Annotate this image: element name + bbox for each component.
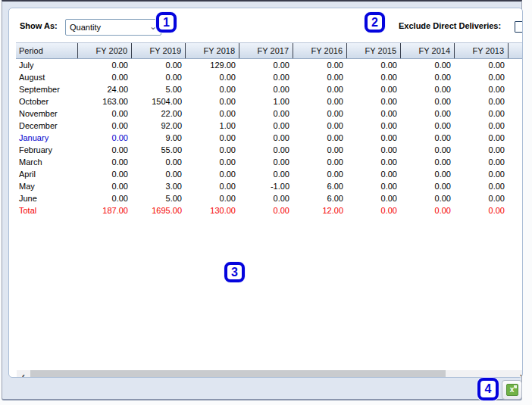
- table-row-total[interactable]: Total187.001695.00130.000.0012.000.000.0…: [16, 204, 523, 217]
- scrollbar-track[interactable]: [446, 370, 515, 378]
- row-value-fy-1: 5.00: [132, 83, 186, 95]
- row-value-fy-3: 0.00: [239, 204, 293, 217]
- row-value-fy-1: 3.00: [132, 180, 186, 192]
- row-value-fy-0: 0.00: [78, 132, 132, 144]
- column-header-fy-3[interactable]: FY 2017: [239, 43, 293, 58]
- row-value-fy-4: 0.00: [293, 132, 347, 144]
- table-row-july[interactable]: July0.000.00129.000.000.000.000.000.00: [16, 59, 523, 71]
- row-value-fy-6: 0.00: [401, 120, 455, 132]
- table-row-november[interactable]: November0.0022.000.000.000.000.000.000.0…: [16, 107, 523, 120]
- table-header-row: PeriodFY 2020FY 2019FY 2018FY 2017FY 201…: [16, 42, 523, 59]
- row-value-fy-7: 0.00: [455, 168, 509, 180]
- excel-icon: x: [506, 384, 518, 396]
- row-label: October: [16, 95, 78, 107]
- row-value-fy-5: 0.00: [347, 156, 401, 168]
- column-header-fy-5[interactable]: FY 2015: [347, 43, 401, 58]
- row-value-fy-1: 5.00: [132, 192, 186, 204]
- row-value-fy-7: 0.00: [455, 107, 509, 120]
- row-value-fy-1: 0.00: [132, 59, 186, 71]
- exclude-direct-deliveries-checkbox[interactable]: [515, 21, 523, 33]
- row-value-fy-2: 1.00: [186, 120, 239, 132]
- row-label: Total: [16, 204, 78, 217]
- fiscal-year-table: PeriodFY 2020FY 2019FY 2018FY 2017FY 201…: [16, 42, 523, 217]
- table-row-march[interactable]: March0.000.000.000.000.000.000.000.00: [16, 156, 523, 168]
- row-value-fy-2: 0.00: [186, 83, 239, 95]
- row-value-fy-6: 0.00: [401, 204, 455, 217]
- row-label: September: [16, 83, 78, 95]
- row-value-fy-2: 0.00: [186, 180, 239, 192]
- row-value-fy-2: 130.00: [186, 204, 239, 217]
- row-value-fy-7: 0.00: [455, 95, 509, 107]
- row-value-fy-0: 0.00: [78, 192, 132, 204]
- row-value-fy-6: 0.00: [401, 168, 455, 180]
- row-value-fy-3: 0.00: [239, 107, 293, 120]
- table-row-april[interactable]: April0.000.000.000.000.000.000.000.00: [16, 168, 523, 180]
- row-value-fy-0: 163.00: [78, 95, 132, 107]
- table-row-june[interactable]: June0.005.000.000.006.000.000.000.00: [16, 192, 523, 204]
- row-value-fy-7: 0.00: [455, 83, 509, 95]
- row-value-fy-2: 0.00: [186, 107, 239, 120]
- row-value-fy-7: 0.00: [455, 59, 509, 71]
- table-row-august[interactable]: August0.000.000.000.000.000.000.000.00: [16, 71, 523, 83]
- column-header-fy-4[interactable]: FY 2016: [293, 43, 347, 58]
- row-label: November: [16, 107, 78, 120]
- row-value-fy-4: 0.00: [293, 156, 347, 168]
- row-value-fy-4: 6.00: [293, 180, 347, 192]
- row-label: March: [16, 156, 78, 168]
- row-value-fy-6: 0.00: [401, 95, 455, 107]
- row-value-fy-6: 0.00: [401, 192, 455, 204]
- column-header-fy-2[interactable]: FY 2018: [186, 43, 239, 58]
- row-label: December: [16, 120, 78, 132]
- row-value-fy-7: 0.00: [455, 192, 509, 204]
- column-header-fy-7[interactable]: FY 2013: [455, 43, 509, 58]
- table-row-february[interactable]: February0.0055.000.000.000.000.000.000.0…: [16, 144, 523, 156]
- scroll-right-arrow-icon[interactable]: ›: [515, 370, 523, 378]
- scrollbar-thumb[interactable]: [30, 370, 446, 378]
- row-value-fy-0: 0.00: [78, 120, 132, 132]
- row-value-fy-0: 24.00: [78, 83, 132, 95]
- row-value-fy-1: 92.00: [132, 120, 186, 132]
- row-value-fy-0: 0.00: [78, 156, 132, 168]
- exclude-direct-deliveries-label: Exclude Direct Deliveries:: [399, 21, 501, 30]
- table-row-september[interactable]: September24.005.000.000.000.000.000.000.…: [16, 83, 523, 95]
- row-value-fy-1: 9.00: [132, 132, 186, 144]
- row-value-fy-5: 0.00: [347, 71, 401, 83]
- show-as-dropdown[interactable]: Quantity ⌄: [65, 19, 161, 36]
- row-value-fy-1: 0.00: [132, 156, 186, 168]
- column-header-fy-6[interactable]: FY 2014: [401, 43, 455, 58]
- horizontal-scrollbar[interactable]: ‹ ›: [17, 370, 523, 378]
- row-value-fy-3: 0.00: [239, 156, 293, 168]
- row-value-fy-3: 0.00: [239, 83, 293, 95]
- table-row-may[interactable]: May0.003.000.00-1.006.000.000.000.00: [16, 180, 523, 192]
- row-value-fy-5: 0.00: [347, 83, 401, 95]
- show-as-label: Show As:: [20, 21, 58, 30]
- column-header-period[interactable]: Period: [16, 43, 78, 58]
- row-value-fy-6: 0.00: [401, 144, 455, 156]
- column-header-fy-1[interactable]: FY 2019: [132, 43, 186, 58]
- row-value-fy-2: 0.00: [186, 95, 239, 107]
- annotation-4: 4: [477, 378, 499, 400]
- row-value-fy-7: 0.00: [455, 132, 509, 144]
- row-value-fy-0: 0.00: [78, 168, 132, 180]
- row-value-fy-6: 0.00: [401, 83, 455, 95]
- scroll-left-arrow-icon[interactable]: ‹: [17, 370, 30, 378]
- row-value-fy-4: 0.00: [293, 168, 347, 180]
- row-value-fy-1: 0.00: [132, 168, 186, 180]
- row-value-fy-5: 0.00: [347, 180, 401, 192]
- report-panel: Show As: Quantity ⌄ Exclude Direct Deliv…: [2, 0, 522, 400]
- row-value-fy-2: 0.00: [186, 71, 239, 83]
- annotation-2: 2: [365, 12, 385, 33]
- export-to-excel-button[interactable]: x: [502, 380, 522, 400]
- table-row-december[interactable]: December0.0092.001.000.000.000.000.000.0…: [16, 120, 523, 132]
- column-header-filler: [509, 43, 523, 58]
- column-header-fy-0[interactable]: FY 2020: [78, 43, 132, 58]
- row-value-fy-5: 0.00: [347, 107, 401, 120]
- table-row-january[interactable]: January0.009.000.000.000.000.000.000.00: [16, 132, 523, 144]
- table-row-october[interactable]: October163.001504.000.001.000.000.000.00…: [16, 95, 523, 107]
- row-value-fy-5: 0.00: [347, 120, 401, 132]
- row-value-fy-5: 0.00: [347, 204, 401, 217]
- row-value-fy-7: 0.00: [455, 120, 509, 132]
- row-value-fy-6: 0.00: [401, 180, 455, 192]
- row-value-fy-1: 1695.00: [132, 204, 186, 217]
- row-label: April: [16, 168, 78, 180]
